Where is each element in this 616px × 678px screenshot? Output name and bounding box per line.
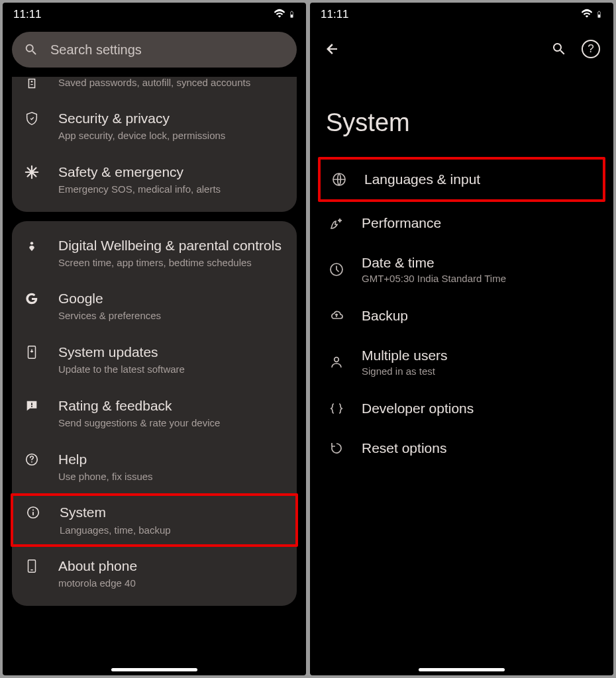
item-title: About phone — [58, 557, 285, 575]
item-title: Google — [58, 290, 285, 307]
nav-bar[interactable] — [3, 668, 306, 671]
item-title: System — [60, 504, 283, 521]
top-bar: ? — [310, 24, 613, 69]
item-title: Backup — [362, 308, 596, 324]
phone-icon — [19, 557, 45, 573]
item-title: Languages & input — [364, 171, 593, 187]
settings-item-key[interactable]: Saved passwords, autofill, synced accoun… — [12, 77, 297, 99]
star-icon — [19, 164, 45, 179]
wifi-icon — [581, 9, 593, 21]
user-icon — [327, 354, 346, 370]
perf-icon — [327, 215, 346, 231]
settings-item-info[interactable]: SystemLanguages, time, backup — [11, 493, 298, 547]
back-button[interactable] — [319, 36, 346, 62]
item-title: Reset options — [362, 440, 596, 456]
page-title: System — [310, 69, 613, 157]
key-icon — [19, 77, 45, 91]
settings-item-update[interactable]: System updatesUpdate to the latest softw… — [12, 333, 297, 387]
item-title: Security & privacy — [58, 110, 285, 127]
status-bar: 11:11 — [310, 3, 613, 24]
google-icon — [19, 290, 45, 306]
system-item-user[interactable]: Multiple usersSigned in as test — [318, 336, 605, 389]
feedback-icon — [19, 397, 45, 413]
settings-screen: 11:11 Search settings Saved passwords, a… — [3, 3, 306, 675]
reset-icon — [327, 440, 346, 456]
system-item-globe[interactable]: Languages & input — [318, 157, 605, 202]
clock-text: 11:11 — [13, 8, 42, 21]
system-screen: 11:11 ? System Languages & input Perform… — [310, 3, 613, 675]
item-subtitle: Services & preferences — [58, 310, 285, 322]
shield-icon — [19, 110, 45, 126]
clock-text: 11:11 — [321, 8, 349, 21]
search-placeholder: Search settings — [50, 42, 142, 58]
item-title: Multiple users — [362, 348, 596, 363]
system-item-braces[interactable]: Developer options — [318, 389, 605, 428]
settings-item-star[interactable]: Safety & emergencyEmergency SOS, medical… — [12, 153, 297, 207]
update-icon — [19, 344, 45, 360]
nav-bar[interactable] — [310, 668, 613, 671]
globe-icon — [330, 171, 348, 187]
braces-icon — [327, 401, 346, 416]
search-settings-input[interactable]: Search settings — [12, 32, 297, 68]
item-subtitle: Send suggestions & rate your device — [58, 417, 285, 430]
item-subtitle: App security, device lock, permissions — [58, 130, 285, 142]
status-bar: 11:11 — [3, 3, 306, 24]
item-subtitle: Languages, time, backup — [60, 524, 283, 537]
item-title: Help — [58, 451, 285, 468]
item-title: Digital Wellbeing & parental controls — [58, 237, 285, 254]
item-subtitle: motorola edge 40 — [58, 577, 285, 590]
item-title: Saved passwords, autofill, synced accoun… — [58, 77, 285, 89]
battery-icon — [288, 9, 295, 21]
search-icon — [24, 42, 38, 57]
item-subtitle: Update to the latest software — [58, 363, 285, 376]
info-icon — [20, 504, 46, 520]
item-subtitle: GMT+05:30 India Standard Time — [362, 273, 596, 284]
wellbeing-icon — [19, 237, 45, 253]
settings-item-phone[interactable]: About phonemotorola edge 40 — [12, 547, 297, 601]
settings-card-2: Digital Wellbeing & parental controlsScr… — [12, 221, 297, 606]
item-title: Performance — [362, 215, 596, 231]
system-item-reset[interactable]: Reset options — [318, 428, 605, 468]
item-title: Safety & emergency — [58, 164, 285, 181]
item-title: System updates — [58, 344, 285, 361]
help-button[interactable]: ? — [578, 36, 604, 62]
settings-card-1: Saved passwords, autofill, synced accoun… — [12, 77, 297, 212]
settings-item-shield[interactable]: Security & privacyApp security, device l… — [12, 99, 297, 153]
item-subtitle: Use phone, fix issues — [58, 471, 285, 483]
item-subtitle: Signed in as test — [362, 365, 596, 377]
item-subtitle: Screen time, app timers, bedtime schedul… — [58, 257, 285, 269]
cloud-icon — [327, 308, 346, 324]
clock-icon — [327, 262, 346, 277]
settings-item-wellbeing[interactable]: Digital Wellbeing & parental controlsScr… — [12, 226, 297, 280]
search-button[interactable] — [546, 36, 572, 62]
settings-item-google[interactable]: GoogleServices & preferences — [12, 279, 297, 333]
help-icon — [19, 451, 45, 467]
settings-item-help[interactable]: HelpUse phone, fix issues — [12, 440, 297, 494]
battery-icon — [595, 9, 603, 21]
item-title: Date & time — [362, 255, 596, 271]
item-title: Developer options — [362, 401, 596, 416]
settings-item-feedback[interactable]: Rating & feedbackSend suggestions & rate… — [12, 387, 297, 440]
system-item-clock[interactable]: Date & timeGMT+05:30 India Standard Time — [318, 243, 605, 296]
wifi-icon — [274, 9, 285, 21]
item-title: Rating & feedback — [58, 397, 285, 414]
system-item-perf[interactable]: Performance — [318, 203, 605, 243]
item-subtitle: Emergency SOS, medical info, alerts — [58, 183, 285, 196]
system-item-cloud[interactable]: Backup — [318, 296, 605, 336]
